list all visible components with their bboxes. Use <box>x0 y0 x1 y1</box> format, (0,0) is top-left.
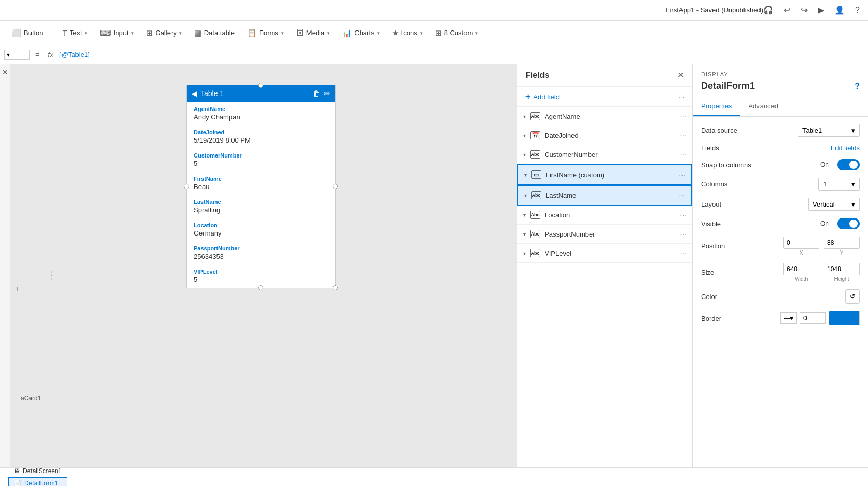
gallery-tool[interactable]: ⊞ Gallery ▾ <box>141 26 187 40</box>
field-dots-0[interactable]: ··· <box>680 112 686 120</box>
position-inputs: X Y <box>783 237 860 256</box>
play-icon[interactable]: ▶ <box>818 5 824 15</box>
drag-handle-left[interactable] <box>184 184 189 189</box>
bottom-tabs: 🖥 DetailScreen1 📄 DetailForm1 <box>8 465 67 487</box>
data-source-select[interactable]: Table1 ▾ <box>798 124 860 137</box>
forms-label: Forms <box>259 29 278 37</box>
field-dots-7[interactable]: ··· <box>680 249 686 257</box>
formulabar-input[interactable] <box>59 51 864 58</box>
charts-icon: 📊 <box>342 28 352 38</box>
field-item[interactable]: ▾ Abc PassportNumber ··· <box>517 225 692 244</box>
layout-select[interactable]: Vertical ▾ <box>808 198 860 211</box>
border-color-swatch[interactable] <box>829 311 860 325</box>
custom-tool[interactable]: ⊞ 8 Custom ▾ <box>430 26 484 40</box>
form-fields: AgentName Andy Champan DateJoined 5/19/2… <box>187 102 335 288</box>
visible-control: On <box>820 218 860 229</box>
field-item[interactable]: ▾ Abc VIPLevel ··· <box>517 244 692 263</box>
field-item[interactable]: ▾ ▭ FirstName (custom) ··· <box>517 164 692 185</box>
form-field-value: 25634353 <box>194 253 328 260</box>
color-picker[interactable]: ↺ <box>845 289 860 304</box>
border-line-chevron: ▾ <box>790 315 793 322</box>
field-item[interactable]: ▾ Abc Location ··· <box>517 206 692 225</box>
fields-close-button[interactable]: ✕ <box>677 70 684 80</box>
media-icon: 🖼 <box>296 28 304 37</box>
position-y-input[interactable] <box>824 237 860 249</box>
border-width-input[interactable] <box>800 312 826 324</box>
headset-icon[interactable]: 🎧 <box>763 5 773 15</box>
fields-title: Fields <box>525 71 549 80</box>
close-icon[interactable]: ✕ <box>2 68 8 76</box>
field-dots-6[interactable]: ··· <box>680 230 686 238</box>
media-chevron: ▾ <box>327 30 330 36</box>
form-field-value: Spratling <box>194 206 328 214</box>
field-dots-5[interactable]: ··· <box>680 211 686 219</box>
color-refresh-icon: ↺ <box>850 293 855 300</box>
size-inputs: Width Height <box>783 263 860 282</box>
field-dots-4[interactable]: ··· <box>679 191 685 199</box>
gallery-label: Gallery <box>156 29 177 37</box>
user-icon[interactable]: 👤 <box>834 5 845 15</box>
charts-tool[interactable]: 📊 Charts ▾ <box>337 26 384 40</box>
tab-advanced[interactable]: Advanced <box>740 97 786 116</box>
snap-to-columns-control: On <box>820 159 860 170</box>
visible-toggle[interactable] <box>837 218 860 229</box>
undo-icon[interactable]: ↩ <box>784 5 791 15</box>
delete-icon[interactable]: 🗑 <box>313 89 320 98</box>
size-label: Size <box>701 269 714 276</box>
drag-handle-bottom[interactable] <box>258 285 264 290</box>
snap-toggle[interactable] <box>837 159 860 170</box>
border-line-icon: — <box>784 315 790 322</box>
add-field-plus-icon: + <box>525 92 530 101</box>
columns-row: Columns 1 ▾ <box>701 178 860 191</box>
size-height-input[interactable] <box>824 263 860 275</box>
field-item[interactable]: ▾ 📅 DateJoined ··· <box>517 126 692 145</box>
field-item[interactable]: ▾ Abc AgentName ··· <box>517 107 692 126</box>
form-field: Location Germany <box>187 218 335 241</box>
back-arrow-icon[interactable]: ◀ <box>192 89 197 98</box>
tab-properties[interactable]: Properties <box>693 97 740 116</box>
titlebar: FirstApp1 - Saved (Unpublished) 🎧 ↩ ↪ ▶ … <box>0 0 868 21</box>
form-field-label: CustomerNumber <box>194 152 328 159</box>
text-tool[interactable]: T Text ▾ <box>57 26 92 40</box>
datatable-tool[interactable]: ▦ Data table <box>189 26 240 40</box>
field-name-0: AgentName <box>545 113 676 120</box>
drag-handle-top[interactable] <box>258 83 264 88</box>
formulabar-dropdown[interactable]: ▾ <box>4 50 30 60</box>
drag-handle-right[interactable] <box>333 184 338 189</box>
media-label: Media <box>306 29 324 37</box>
canvas-dots-menu[interactable]: ··· <box>47 271 57 281</box>
position-row: Position X Y <box>701 237 860 256</box>
forms-icon: 📋 <box>247 28 257 38</box>
help-icon[interactable]: ? <box>855 6 860 15</box>
field-dots-1[interactable]: ··· <box>680 131 686 139</box>
icons-tool[interactable]: ★ Icons ▾ <box>387 26 428 40</box>
field-dots-3[interactable]: ··· <box>679 170 685 179</box>
field-type-icon-0: Abc <box>530 112 540 120</box>
input-tool[interactable]: ⌨ Input ▾ <box>95 26 139 40</box>
properties-help-icon[interactable]: ? <box>855 82 860 91</box>
field-item[interactable]: ▾ Abc LastName ··· <box>517 185 692 206</box>
drag-handle-bottom-right[interactable] <box>333 285 338 290</box>
size-width-input[interactable] <box>783 263 819 275</box>
add-field-button[interactable]: + Add field ··· <box>517 87 692 107</box>
visible-row: Visible On <box>701 218 860 229</box>
button-tool[interactable]: ⬜ Button <box>6 26 49 40</box>
redo-icon[interactable]: ↪ <box>801 5 808 15</box>
columns-select[interactable]: 1 ▾ <box>818 178 860 191</box>
size-width-box: Width <box>783 263 819 282</box>
field-item[interactable]: ▾ Abc CustomerNumber ··· <box>517 145 692 164</box>
field-dots-2[interactable]: ··· <box>680 150 686 159</box>
field-chevron-6: ▾ <box>523 231 526 237</box>
border-line-select[interactable]: — ▾ <box>780 312 797 324</box>
position-x-input[interactable] <box>783 237 819 249</box>
media-tool[interactable]: 🖼 Media ▾ <box>291 26 335 40</box>
bottom-tab-1[interactable]: 📄 DetailForm1 <box>8 477 67 487</box>
form-field: DateJoined 5/19/2019 8:00 PM <box>187 125 335 148</box>
edit-icon[interactable]: ✏ <box>324 89 330 98</box>
tab-label-0: DetailScreen1 <box>23 467 61 475</box>
edit-fields-link[interactable]: Edit fields <box>831 144 860 152</box>
forms-tool[interactable]: 📋 Forms ▾ <box>242 26 289 40</box>
size-row: Size Width Height <box>701 263 860 282</box>
color-row: Color ↺ <box>701 289 860 304</box>
field-type-icon-5: Abc <box>530 211 540 219</box>
